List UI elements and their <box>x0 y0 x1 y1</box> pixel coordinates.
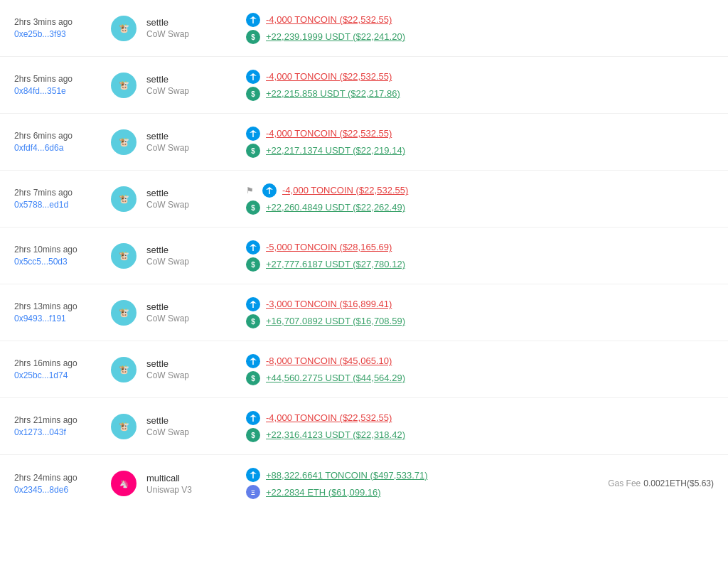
amount-value[interactable]: -3,000 TONCOIN ($16,899.41) <box>266 299 392 309</box>
cow-swap-icon: 🐮 <box>111 243 136 269</box>
amount-value[interactable]: -4,000 TONCOIN ($22,532.55) <box>282 185 408 196</box>
usdt-icon: $ <box>246 428 260 442</box>
tx-time: 2hrs 16mins ago <box>14 358 107 368</box>
amount-row: $ +44,560.2775 USDT ($44,564.29) <box>246 371 586 385</box>
amount-value[interactable]: -4,000 TONCOIN ($22,532.55) <box>266 412 392 423</box>
amount-value[interactable]: +22,215.858 USDT ($22,217.86) <box>266 88 400 99</box>
amount-value[interactable]: -4,000 TONCOIN ($22,532.55) <box>266 71 392 82</box>
table-row: 2hrs 21mins ago 0x1273...043f 🐮 settle C… <box>0 398 728 455</box>
table-row: 2hrs 16mins ago 0x25bc...1d74 🐮 settle C… <box>0 341 728 398</box>
svg-text:$: $ <box>251 318 255 326</box>
tx-label-column: settle CoW Swap <box>146 188 232 210</box>
table-row: 2hrs 10mins ago 0x5cc5...50d3 🐮 settle C… <box>0 228 728 284</box>
toncoin-icon <box>246 13 260 27</box>
tx-hash[interactable]: 0x2345...8de6 <box>14 485 107 495</box>
table-row: 2hrs 3mins ago 0xe25b...3f93 🐮 settle Co… <box>0 0 728 57</box>
transaction-list: 2hrs 3mins ago 0xe25b...3f93 🐮 settle Co… <box>0 0 728 512</box>
amount-value[interactable]: +22,316.4123 USDT ($22,318.42) <box>266 429 405 440</box>
tx-hash[interactable]: 0x5cc5...50d3 <box>14 257 107 267</box>
tx-icon-column: 🐮 <box>107 73 141 98</box>
time-column: 2hrs 5mins ago 0x84fd...351e <box>14 74 107 96</box>
amount-row: Ξ +22.2834 ETH ($61,099.16) <box>246 485 586 499</box>
tx-time: 2hrs 21mins ago <box>14 415 107 425</box>
tx-sublabel: CoW Swap <box>146 86 232 96</box>
amount-row: -8,000 TONCOIN ($45,065.10) <box>246 354 586 368</box>
tx-hash[interactable]: 0x5788...ed1d <box>14 200 107 210</box>
amount-value[interactable]: +22,217.1374 USDT ($22,219.14) <box>266 145 405 156</box>
gas-fee-label: Gas Fee <box>608 478 641 488</box>
toncoin-icon <box>246 411 260 425</box>
tx-hash[interactable]: 0xfdf4...6d6a <box>14 143 107 153</box>
amount-value[interactable]: +44,560.2775 USDT ($44,564.29) <box>266 373 405 383</box>
tx-hash[interactable]: 0xe25b...3f93 <box>14 29 107 39</box>
tx-hash[interactable]: 0x84fd...351e <box>14 86 107 96</box>
amount-row: -4,000 TONCOIN ($22,532.55) <box>246 13 586 27</box>
tx-label: settle <box>146 301 232 312</box>
time-column: 2hrs 13mins ago 0x9493...f191 <box>14 301 107 323</box>
toncoin-icon <box>246 70 260 84</box>
usdt-icon: $ <box>246 144 260 158</box>
tx-label-column: settle CoW Swap <box>146 74 232 96</box>
amount-value[interactable]: -8,000 TONCOIN ($45,065.10) <box>266 355 392 366</box>
usdt-icon: $ <box>246 314 260 328</box>
cow-swap-icon: 🐮 <box>111 16 136 41</box>
svg-text:🐮: 🐮 <box>119 23 129 33</box>
amount-value[interactable]: -5,000 TONCOIN ($28,165.69) <box>266 242 392 252</box>
tx-hash[interactable]: 0x1273...043f <box>14 427 107 437</box>
svg-text:🐮: 🐮 <box>119 364 129 375</box>
toncoin-icon <box>246 240 260 255</box>
time-column: 2hrs 24mins ago 0x2345...8de6 <box>14 473 107 495</box>
usdt-icon: $ <box>246 257 260 272</box>
tx-time: 2hrs 13mins ago <box>14 301 107 311</box>
usdt-icon: $ <box>246 371 260 385</box>
toncoin-icon <box>246 468 260 482</box>
time-column: 2hrs 21mins ago 0x1273...043f <box>14 415 107 437</box>
toncoin-icon <box>246 354 260 368</box>
usdt-icon: $ <box>246 30 260 44</box>
amount-row: -4,000 TONCOIN ($22,532.55) <box>246 411 586 425</box>
svg-text:Ξ: Ξ <box>251 489 255 496</box>
svg-text:$: $ <box>251 375 255 382</box>
usdt-icon: $ <box>246 87 260 101</box>
usdt-icon: $ <box>246 200 260 215</box>
svg-text:🐮: 🐮 <box>119 421 129 432</box>
cow-swap-icon: 🐮 <box>111 186 136 212</box>
tx-amounts-column: -4,000 TONCOIN ($22,532.55) $ +22,316.41… <box>232 411 586 442</box>
amount-value[interactable]: +22,260.4849 USDT ($22,262.49) <box>266 202 405 213</box>
svg-text:🐮: 🐮 <box>119 137 129 147</box>
amount-value[interactable]: +22.2834 ETH ($61,099.16) <box>266 487 381 498</box>
amount-value[interactable]: +22,239.1999 USDT ($22,241.20) <box>266 31 405 42</box>
toncoin-icon <box>246 127 260 141</box>
flag-icon: ⚑ <box>246 186 254 196</box>
tx-icon-column: 🐮 <box>107 414 141 439</box>
tx-icon-column: 🐮 <box>107 357 141 382</box>
table-row: 2hrs 6mins ago 0xfdf4...6d6a 🐮 settle Co… <box>0 114 728 171</box>
tx-label-column: settle CoW Swap <box>146 245 232 267</box>
tx-label: settle <box>146 131 232 141</box>
amount-value[interactable]: +88,322.6641 TONCOIN ($497,533.71) <box>266 470 428 481</box>
amount-row: +88,322.6641 TONCOIN ($497,533.71) <box>246 468 586 482</box>
eth-icon: Ξ <box>246 485 260 499</box>
svg-text:$: $ <box>251 432 255 439</box>
amount-value[interactable]: -4,000 TONCOIN ($22,532.55) <box>266 128 392 139</box>
tx-icon-column: 🐮 <box>107 16 141 41</box>
tx-hash[interactable]: 0x9493...f191 <box>14 314 107 323</box>
table-row: 2hrs 24mins ago 0x2345...8de6 🦄 multical… <box>0 455 728 512</box>
tx-icon-column: 🦄 <box>107 471 141 496</box>
tx-label-column: multicall Uniswap V3 <box>146 473 232 495</box>
amount-row: ⚑ -4,000 TONCOIN ($22,532.55) <box>246 183 586 198</box>
amount-row: $ +22,215.858 USDT ($22,217.86) <box>246 87 586 101</box>
tx-sublabel: CoW Swap <box>146 370 232 380</box>
uniswap-icon: 🦄 <box>111 471 136 496</box>
tx-time: 2hrs 7mins ago <box>14 188 107 198</box>
amount-row: $ +22,217.1374 USDT ($22,219.14) <box>246 144 586 158</box>
svg-text:🐮: 🐮 <box>119 193 129 204</box>
svg-text:$: $ <box>251 33 255 41</box>
toncoin-icon <box>246 297 260 311</box>
amount-value[interactable]: -4,000 TONCOIN ($22,532.55) <box>266 14 392 25</box>
amount-value[interactable]: +16,707.0892 USDT ($16,708.59) <box>266 316 405 326</box>
amount-value[interactable]: +27,777.6187 USDT ($27,780.12) <box>266 259 405 269</box>
tx-hash[interactable]: 0x25bc...1d74 <box>14 370 107 380</box>
cow-swap-icon: 🐮 <box>111 300 136 326</box>
tx-label: settle <box>146 188 232 198</box>
